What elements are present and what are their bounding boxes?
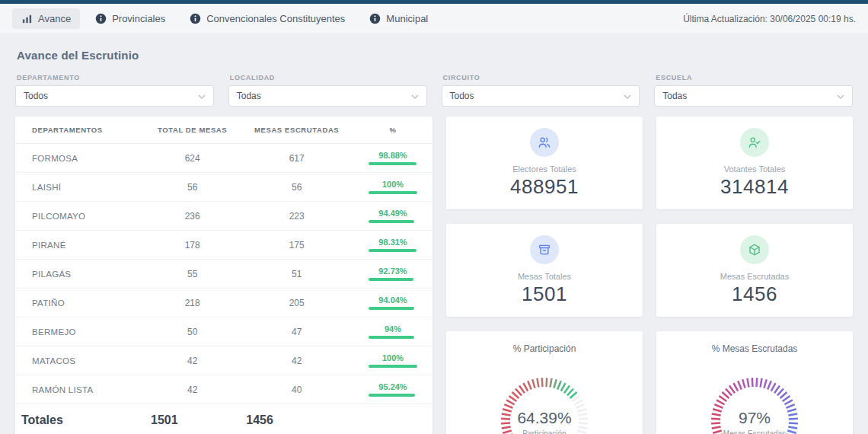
totals-pct-empty [353,404,432,434]
mesas-escrutadas-cell: 51 [240,260,353,289]
pct-bar [369,249,416,252]
mesas-escrutadas-cell: 47 [240,318,353,346]
total-mesas-cell: 42 [145,375,240,404]
tab-label: Municipal [386,13,428,24]
gauge-title: % Mesas Escrutadas [712,343,798,354]
table-header-row: DEPARTAMENTOS TOTAL DE MESAS MESAS ESCRU… [15,116,432,144]
filter-escuela: ESCUELA Todas [654,74,853,107]
total-mesas-cell: 56 [145,173,240,202]
total-mesas-cell: 236 [145,202,240,231]
filter-label: DEPARTAMENTO [17,74,214,81]
tab-municipal[interactable]: Municipal [360,8,437,29]
last-update-timestamp: Última Actualización: 30/06/2025 00:19 h… [683,14,856,24]
pct-cell: 100% [353,173,432,202]
tab-avance[interactable]: Avance [12,8,80,29]
departamento-select[interactable]: Todos [15,85,214,107]
total-mesas-cell: 55 [145,260,240,289]
gauge-sublabel: Mesas Escrutadas [697,429,812,434]
gauge-center-text: 64.39% Participación [487,409,602,434]
votantes-totales-card: Votantes Totales 314814 [656,116,853,209]
escuela-select[interactable]: Todas [654,85,853,107]
departamento-cell: LAISHÍ [15,173,145,202]
mesas-escrutadas-gauge-card: % Mesas Escrutadas 97% Mesas Escrutadas [656,331,853,434]
total-mesas-cell: 42 [145,346,240,375]
pct-cell: 100% [353,346,432,375]
pct-cell: 94% [353,318,432,346]
select-value: Todos [24,91,48,101]
totals-total-mesas: 1501 [145,404,240,434]
stat-label: Mesas Totales [518,272,571,281]
pct-cell: 94.49% [353,202,432,231]
select-value: Todas [662,91,687,101]
participacion-gauge: 64.39% Participación [487,364,602,434]
pct-value: 94.04% [369,295,417,305]
nav-tabs: Avance Provinciales Convencionales Const… [12,8,437,29]
total-mesas-cell: 50 [145,318,240,346]
pct-value: 100% [369,353,417,362]
pct-bar [369,191,417,194]
mesas-escrutadas-cell: 205 [240,289,353,318]
departamento-cell: MATACOS [15,346,145,375]
info-icon [95,13,107,24]
gauge-value: 97% [697,409,812,427]
circuito-select[interactable]: Todos [442,85,640,107]
summary-cards: Electores Totales 488951 Votantes Totale… [446,116,853,434]
pct-bar [369,278,413,281]
totals-mesas-escrutadas: 1456 [240,404,353,434]
pct-bar [369,162,416,165]
tab-provinciales[interactable]: Provinciales [86,8,174,29]
users-icon [530,128,559,157]
localidad-select[interactable]: Todas [228,85,427,107]
chevron-down-icon [411,91,419,101]
gauge-title: % Participación [513,343,576,354]
pct-bar [369,365,417,368]
info-icon [190,13,201,24]
mesas-escrutadas-gauge: 97% Mesas Escrutadas [697,364,812,434]
stat-label: Mesas Escrutadas [720,272,789,281]
pct-value: 95.24% [369,382,417,391]
mesas-escrutadas-cell: 175 [240,231,353,260]
mesas-escrutadas-card: Mesas Escrutadas 1456 [656,224,853,317]
header-pct: % [353,116,432,144]
mesas-escrutadas-cell: 56 [240,173,353,202]
pct-bar [369,307,414,310]
info-icon [369,13,381,24]
main-content: Avance del Escrutinio DEPARTAMENTO Todos… [0,34,868,434]
departamento-cell: PILAGÁS [15,260,145,289]
total-mesas-cell: 178 [145,231,240,260]
chevron-down-icon [198,91,206,101]
departamento-cell: PATIÑO [15,289,145,318]
mesas-escrutadas-cell: 40 [240,375,353,404]
totals-row: Totales 1501 1456 [15,404,432,434]
chevron-down-icon [837,91,844,101]
select-value: Todos [450,91,474,101]
filter-departamento: DEPARTAMENTO Todos [15,74,214,107]
departamento-cell: RAMÓN LISTA [15,375,145,404]
pct-bar [369,336,414,339]
table-row: RAMÓN LISTA 42 40 95.24% [15,375,432,404]
departamento-cell: FORMOSA [15,144,145,173]
header-mesas-escrutadas: MESAS ESCRUTADAS [240,116,353,144]
mesas-escrutadas-cell: 223 [240,202,353,231]
top-navigation: Avance Provinciales Convencionales Const… [0,4,868,34]
pct-cell: 98.31% [353,231,432,260]
table-row: BERMEJO 50 47 94% [15,318,432,346]
pct-value: 92.73% [369,266,417,276]
filter-circuito: CIRCUITO Todos [442,74,640,107]
tab-convencionales-constituyentes[interactable]: Convencionales Constituyentes [180,8,354,29]
tab-label: Avance [38,13,71,24]
mesas-totales-card: Mesas Totales 1501 [446,224,643,317]
gauge-value: 64.39% [487,409,602,427]
table-row: MATACOS 42 42 100% [15,346,432,375]
package-icon [740,235,769,264]
participacion-gauge-card: % Participación 64.39% Participación [446,331,643,434]
table-row: FORMOSA 624 617 98.88% [15,144,432,173]
pct-cell: 95.24% [353,375,432,404]
pct-bar [369,220,414,223]
stat-label: Votantes Totales [724,164,786,174]
total-mesas-cell: 218 [145,289,240,318]
pct-value: 100% [369,180,417,189]
table-row: PILAGÁS 55 51 92.73% [15,260,432,289]
totals-label: Totales [15,404,145,434]
bar-chart-icon [21,13,33,24]
